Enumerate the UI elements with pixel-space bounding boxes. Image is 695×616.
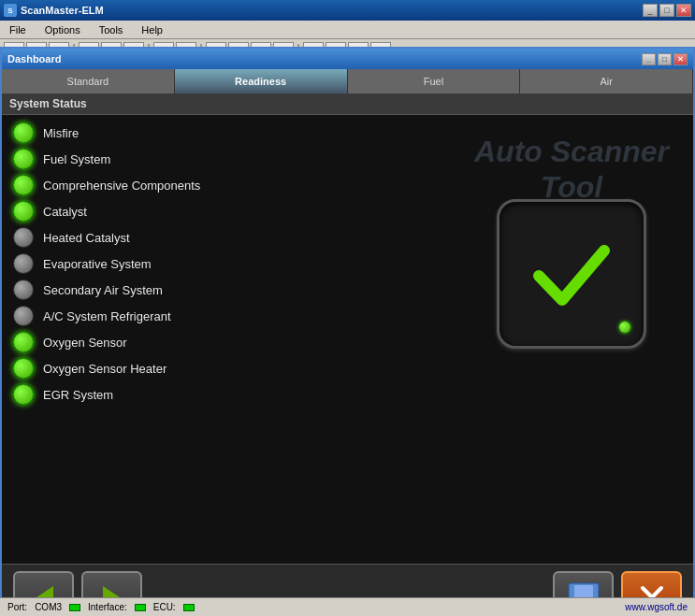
port-led	[69, 604, 80, 611]
tab-air[interactable]: Air	[520, 69, 693, 93]
list-item: Secondary Air System	[13, 279, 439, 300]
indicator-ac-system	[13, 306, 34, 326]
indicator-evaporative	[13, 253, 34, 274]
website-link[interactable]: www.wgsoft.de	[625, 602, 688, 612]
indicator-egr	[13, 384, 34, 405]
dashboard-window-controls: _ □ ✕	[642, 53, 688, 65]
dashboard-close-button[interactable]: ✕	[673, 53, 688, 65]
label-egr: EGR System	[43, 388, 113, 402]
checkmark-container	[497, 199, 646, 349]
indicator-secondary-air	[13, 279, 34, 300]
list-item: EGR System	[13, 384, 439, 405]
port-label: Port:	[7, 602, 27, 612]
label-ac-system: A/C System Refrigerant	[43, 309, 171, 323]
interface-led	[135, 604, 146, 611]
port-value: COM3	[35, 602, 62, 612]
indicator-fuel-system	[13, 149, 34, 169]
watermark: Auto Scanner Tool	[450, 134, 693, 206]
label-oxygen-sensor: Oxygen Sensor	[43, 336, 127, 350]
label-evaporative: Evaporative System	[43, 257, 152, 271]
maximize-button[interactable]: □	[659, 4, 674, 17]
tab-standard[interactable]: Standard	[2, 69, 175, 93]
indicator-oxygen-sensor	[13, 332, 34, 352]
minimize-button[interactable]: _	[643, 4, 658, 17]
dashboard-tabs: Standard Readiness Fuel Air	[2, 69, 693, 93]
list-item: Heated Catalyst	[13, 227, 439, 248]
interface-label: Interface:	[88, 602, 127, 612]
indicator-misfire	[13, 122, 34, 143]
list-item: Oxygen Sensor Heater	[13, 358, 439, 379]
menu-tools[interactable]: Tools	[94, 22, 129, 37]
indicator-oxygen-sensor-heater	[13, 358, 34, 379]
app-window: S ScanMaster-ELM _ □ ✕ File Options Tool…	[0, 0, 695, 616]
app-title-text: ScanMaster-ELM	[21, 5, 104, 16]
checkmark-icon	[525, 227, 618, 321]
menu-file[interactable]: File	[4, 22, 32, 37]
tab-fuel[interactable]: Fuel	[348, 69, 521, 93]
dashboard-maximize-button[interactable]: □	[658, 53, 672, 65]
system-status-label: System Status	[9, 97, 87, 110]
system-status-header: System Status	[2, 93, 693, 115]
main-content: Misfire Fuel System Comprehensive Compon…	[2, 115, 693, 564]
list-item: A/C System Refrigerant	[13, 306, 439, 326]
indicator-heated-catalyst	[13, 227, 34, 248]
app-window-controls: _ □ ✕	[643, 4, 691, 17]
tab-readiness[interactable]: Readiness	[175, 69, 348, 93]
app-icon: S	[4, 4, 17, 17]
list-item: Comprehensive Components	[13, 175, 439, 195]
status-list: Misfire Fuel System Comprehensive Compon…	[2, 115, 450, 564]
menu-bar: File Options Tools Help	[0, 21, 695, 39]
ecu-label: ECU:	[153, 602, 176, 612]
list-item: Fuel System	[13, 149, 439, 169]
label-oxygen-sensor-heater: Oxygen Sensor Heater	[43, 362, 167, 376]
right-panel: Auto Scanner Tool	[450, 115, 693, 564]
label-fuel-system: Fuel System	[43, 152, 110, 166]
ecu-led	[183, 604, 195, 611]
watermark-line1: Auto Scanner Tool	[450, 134, 693, 206]
close-button[interactable]: ✕	[676, 4, 691, 17]
list-item: Oxygen Sensor	[13, 332, 439, 352]
label-misfire: Misfire	[43, 126, 79, 140]
label-catalyst: Catalyst	[43, 205, 87, 219]
label-secondary-air: Secondary Air System	[43, 283, 163, 297]
dashboard-window: Dashboard _ □ ✕ Standard Readiness Fuel …	[0, 47, 695, 598]
watermark-text: Auto Scanner Tool	[450, 134, 693, 206]
indicator-catalyst	[13, 201, 34, 222]
list-item: Misfire	[13, 122, 439, 143]
dashboard-title-bar: Dashboard _ □ ✕	[2, 49, 693, 69]
label-heated-catalyst: Heated Catalyst	[43, 231, 130, 245]
dashboard-title: Dashboard	[7, 53, 61, 64]
label-comprehensive: Comprehensive Components	[43, 179, 200, 193]
list-item: Catalyst	[13, 201, 439, 222]
app-title-bar: S ScanMaster-ELM _ □ ✕	[0, 0, 695, 21]
status-bar: Port: COM3 Interface: ECU: www.wgsoft.de	[0, 597, 695, 616]
checkmark-box	[497, 199, 646, 349]
status-dot	[619, 322, 630, 333]
menu-help[interactable]: Help	[136, 22, 168, 37]
app-title: S ScanMaster-ELM	[4, 4, 104, 17]
list-item: Evaporative System	[13, 253, 439, 274]
menu-options[interactable]: Options	[39, 22, 86, 37]
dashboard-minimize-button[interactable]: _	[642, 53, 656, 65]
indicator-comprehensive	[13, 175, 34, 195]
